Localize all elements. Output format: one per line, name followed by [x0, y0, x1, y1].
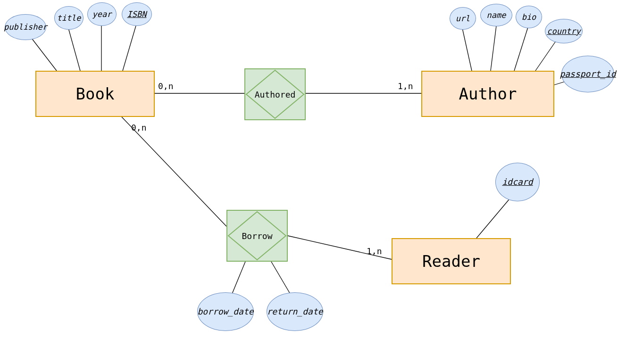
attr-publisher-label: publisher: [4, 23, 47, 31]
attr-idcard-label: idcard: [502, 178, 533, 186]
svg-line-1: [68, 28, 80, 71]
entity-book: Book: [35, 71, 155, 117]
attr-title-label: title: [57, 14, 81, 22]
attr-passport-id: passport_id: [561, 56, 614, 92]
attr-isbn-label: ISBN: [127, 10, 147, 18]
attr-idcard: idcard: [495, 163, 540, 201]
entity-author: Author: [421, 71, 554, 117]
attr-url-label: url: [456, 15, 470, 23]
cardinality-reader-borrow: 1,n: [367, 246, 382, 256]
entity-reader: Reader: [392, 238, 511, 284]
cardinality-author-authored: 1,n: [398, 81, 413, 91]
relationship-authored: Authored: [244, 68, 306, 120]
attr-isbn: ISBN: [122, 2, 152, 26]
relationship-borrow-label: Borrow: [242, 231, 272, 241]
relationship-borrow: Borrow: [226, 210, 288, 262]
attr-title: title: [54, 6, 84, 30]
cardinality-book-borrow: 0,n: [131, 123, 147, 132]
attr-passport-id-label: passport_id: [560, 70, 616, 78]
attr-country: country: [545, 19, 583, 43]
entity-author-label: Author: [459, 84, 517, 103]
entity-book-label: Book: [76, 84, 115, 103]
attr-bio-label: bio: [522, 13, 536, 21]
svg-line-5: [491, 26, 496, 71]
attr-borrow-date: borrow_date: [197, 292, 254, 331]
attr-url: url: [450, 7, 476, 30]
attr-year: year: [87, 2, 117, 26]
svg-line-11: [122, 117, 226, 226]
attr-name: name: [480, 4, 512, 26]
svg-line-15: [476, 193, 514, 238]
svg-line-0: [28, 34, 57, 71]
svg-line-6: [514, 26, 528, 71]
entity-reader-label: Reader: [422, 252, 480, 271]
attr-bio: bio: [516, 6, 542, 28]
attr-publisher: publisher: [5, 14, 46, 40]
attr-borrow-date-label: borrow_date: [197, 307, 253, 316]
cardinality-book-authored: 0,n: [158, 81, 174, 91]
svg-line-3: [123, 26, 136, 71]
attr-year-label: year: [92, 10, 112, 18]
attr-country-label: country: [547, 27, 581, 35]
attr-name-label: name: [487, 11, 506, 19]
relationship-authored-label: Authored: [255, 90, 296, 99]
attr-return-date-label: return_date: [267, 307, 323, 316]
svg-line-4: [462, 28, 472, 71]
attr-return-date: return_date: [267, 292, 323, 331]
